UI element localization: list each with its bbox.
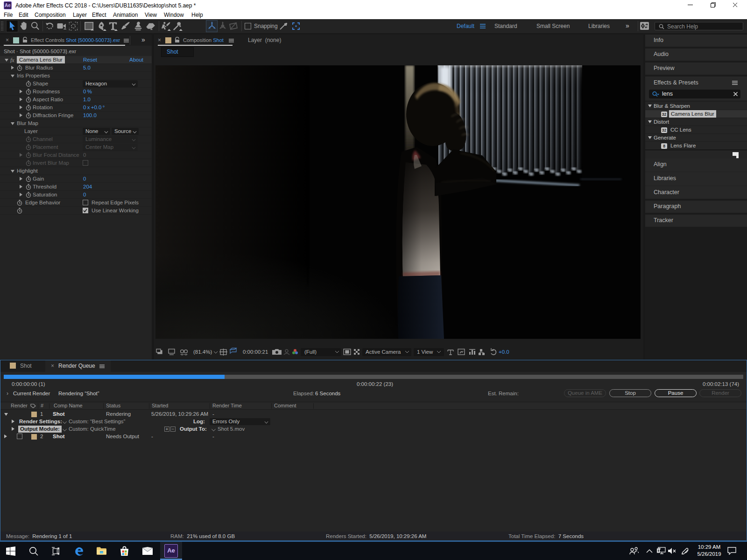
svg-text:+0.0: +0.0 [499, 349, 509, 355]
svg-text:0:00:00:21: 0:00:00:21 [243, 349, 268, 355]
svg-text:(Full): (Full) [304, 349, 317, 355]
svg-text:1 View: 1 View [417, 349, 433, 355]
svg-text:Active Camera: Active Camera [366, 349, 401, 355]
svg-text:(81.4%): (81.4%) [193, 349, 212, 355]
svg-text:fx: fx [10, 57, 14, 63]
